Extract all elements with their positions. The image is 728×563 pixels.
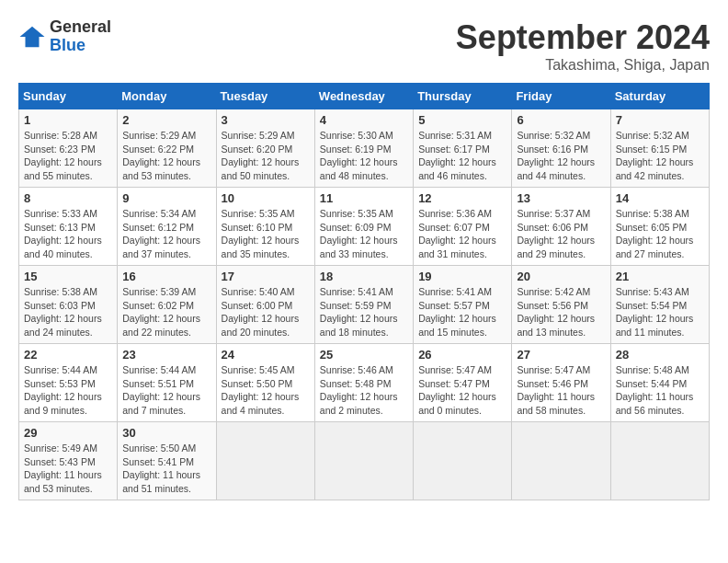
table-row — [414, 422, 512, 500]
table-row: 25Sunrise: 5:46 AM Sunset: 5:48 PM Dayli… — [314, 344, 413, 422]
day-number: 4 — [320, 113, 408, 127]
table-row — [216, 422, 314, 500]
day-detail: Sunrise: 5:37 AM Sunset: 6:06 PM Dayligh… — [517, 207, 605, 261]
day-detail: Sunrise: 5:36 AM Sunset: 6:07 PM Dayligh… — [418, 207, 506, 261]
logo: General Blue — [18, 18, 111, 55]
table-row: 11Sunrise: 5:35 AM Sunset: 6:09 PM Dayli… — [314, 188, 413, 266]
table-row: 2Sunrise: 5:29 AM Sunset: 6:22 PM Daylig… — [118, 109, 216, 188]
col-tuesday: Tuesday — [216, 84, 314, 109]
day-number: 24 — [222, 348, 310, 362]
day-number: 25 — [320, 348, 408, 362]
day-detail: Sunrise: 5:41 AM Sunset: 5:59 PM Dayligh… — [320, 285, 408, 339]
day-detail: Sunrise: 5:39 AM Sunset: 6:02 PM Dayligh… — [122, 285, 210, 339]
day-detail: Sunrise: 5:29 AM Sunset: 6:20 PM Dayligh… — [222, 129, 310, 183]
table-row: 22Sunrise: 5:44 AM Sunset: 5:53 PM Dayli… — [19, 344, 118, 422]
table-row: 9Sunrise: 5:34 AM Sunset: 6:12 PM Daylig… — [118, 188, 216, 266]
table-row — [512, 422, 610, 500]
day-number: 10 — [222, 191, 310, 205]
day-number: 1 — [24, 113, 112, 127]
col-sunday: Sunday — [19, 84, 118, 109]
day-detail: Sunrise: 5:30 AM Sunset: 6:19 PM Dayligh… — [320, 129, 408, 183]
col-monday: Monday — [118, 84, 216, 109]
day-detail: Sunrise: 5:46 AM Sunset: 5:48 PM Dayligh… — [320, 363, 408, 418]
day-number: 3 — [222, 113, 310, 127]
day-number: 20 — [517, 270, 605, 283]
table-row: 8Sunrise: 5:33 AM Sunset: 6:13 PM Daylig… — [19, 188, 118, 266]
day-detail: Sunrise: 5:31 AM Sunset: 6:17 PM Dayligh… — [418, 129, 506, 183]
day-number: 17 — [222, 270, 310, 283]
day-number: 9 — [122, 191, 210, 205]
title-block: September 2024 Takashima, Shiga, Japan — [456, 18, 710, 74]
day-number: 7 — [616, 113, 704, 127]
day-number: 11 — [320, 191, 408, 205]
table-row: 26Sunrise: 5:47 AM Sunset: 5:47 PM Dayli… — [414, 344, 512, 422]
day-number: 18 — [320, 270, 408, 283]
table-row: 23Sunrise: 5:44 AM Sunset: 5:51 PM Dayli… — [118, 344, 216, 422]
day-detail: Sunrise: 5:49 AM Sunset: 5:43 PM Dayligh… — [24, 442, 112, 496]
table-row: 10Sunrise: 5:35 AM Sunset: 6:10 PM Dayli… — [216, 188, 314, 266]
table-row: 16Sunrise: 5:39 AM Sunset: 6:02 PM Dayli… — [118, 266, 216, 344]
calendar-week-row: 15Sunrise: 5:38 AM Sunset: 6:03 PM Dayli… — [19, 266, 710, 344]
col-thursday: Thursday — [414, 84, 512, 109]
table-row: 3Sunrise: 5:29 AM Sunset: 6:20 PM Daylig… — [216, 109, 314, 188]
table-row: 30Sunrise: 5:50 AM Sunset: 5:41 PM Dayli… — [118, 422, 216, 500]
day-number: 13 — [517, 191, 605, 205]
logo-general-text: General — [50, 18, 111, 37]
calendar-week-row: 1Sunrise: 5:28 AM Sunset: 6:23 PM Daylig… — [19, 109, 710, 188]
day-detail: Sunrise: 5:29 AM Sunset: 6:22 PM Dayligh… — [122, 129, 210, 183]
table-row: 6Sunrise: 5:32 AM Sunset: 6:16 PM Daylig… — [512, 109, 610, 188]
day-number: 6 — [517, 113, 605, 127]
day-detail: Sunrise: 5:43 AM Sunset: 5:54 PM Dayligh… — [616, 285, 704, 339]
table-row: 7Sunrise: 5:32 AM Sunset: 6:15 PM Daylig… — [610, 109, 709, 188]
calendar-table: Sunday Monday Tuesday Wednesday Thursday… — [18, 83, 710, 500]
day-detail: Sunrise: 5:34 AM Sunset: 6:12 PM Dayligh… — [122, 207, 210, 261]
table-row: 20Sunrise: 5:42 AM Sunset: 5:56 PM Dayli… — [512, 266, 610, 344]
day-detail: Sunrise: 5:45 AM Sunset: 5:50 PM Dayligh… — [222, 363, 310, 418]
calendar-week-row: 8Sunrise: 5:33 AM Sunset: 6:13 PM Daylig… — [19, 188, 710, 266]
day-number: 15 — [24, 270, 112, 283]
day-detail: Sunrise: 5:38 AM Sunset: 6:05 PM Dayligh… — [616, 207, 704, 261]
day-detail: Sunrise: 5:47 AM Sunset: 5:46 PM Dayligh… — [517, 363, 605, 418]
day-number: 14 — [616, 191, 704, 205]
day-detail: Sunrise: 5:42 AM Sunset: 5:56 PM Dayligh… — [517, 285, 605, 339]
table-row: 29Sunrise: 5:49 AM Sunset: 5:43 PM Dayli… — [19, 422, 118, 500]
day-detail: Sunrise: 5:47 AM Sunset: 5:47 PM Dayligh… — [418, 363, 506, 418]
table-row: 12Sunrise: 5:36 AM Sunset: 6:07 PM Dayli… — [414, 188, 512, 266]
day-number: 5 — [418, 113, 506, 127]
day-detail: Sunrise: 5:40 AM Sunset: 6:00 PM Dayligh… — [222, 285, 310, 339]
calendar-header-row: Sunday Monday Tuesday Wednesday Thursday… — [19, 84, 710, 109]
table-row: 13Sunrise: 5:37 AM Sunset: 6:06 PM Dayli… — [512, 188, 610, 266]
calendar-week-row: 22Sunrise: 5:44 AM Sunset: 5:53 PM Dayli… — [19, 344, 710, 422]
logo-blue-text: Blue — [50, 37, 111, 55]
table-row: 24Sunrise: 5:45 AM Sunset: 5:50 PM Dayli… — [216, 344, 314, 422]
day-number: 19 — [418, 270, 506, 283]
day-number: 27 — [517, 348, 605, 362]
col-wednesday: Wednesday — [314, 84, 413, 109]
table-row: 27Sunrise: 5:47 AM Sunset: 5:46 PM Dayli… — [512, 344, 610, 422]
col-friday: Friday — [512, 84, 610, 109]
logo-text: General Blue — [50, 18, 111, 55]
table-row: 18Sunrise: 5:41 AM Sunset: 5:59 PM Dayli… — [314, 266, 413, 344]
day-number: 30 — [122, 426, 210, 440]
day-number: 12 — [418, 191, 506, 205]
day-detail: Sunrise: 5:35 AM Sunset: 6:10 PM Dayligh… — [222, 207, 310, 261]
day-number: 2 — [122, 113, 210, 127]
day-number: 8 — [24, 191, 112, 205]
day-number: 22 — [24, 348, 112, 362]
day-detail: Sunrise: 5:35 AM Sunset: 6:09 PM Dayligh… — [320, 207, 408, 261]
table-row: 19Sunrise: 5:41 AM Sunset: 5:57 PM Dayli… — [414, 266, 512, 344]
table-row: 21Sunrise: 5:43 AM Sunset: 5:54 PM Dayli… — [610, 266, 709, 344]
day-detail: Sunrise: 5:44 AM Sunset: 5:51 PM Dayligh… — [122, 363, 210, 418]
table-row — [610, 422, 709, 500]
day-detail: Sunrise: 5:44 AM Sunset: 5:53 PM Dayligh… — [24, 363, 112, 418]
calendar-week-row: 29Sunrise: 5:49 AM Sunset: 5:43 PM Dayli… — [19, 422, 710, 500]
day-detail: Sunrise: 5:28 AM Sunset: 6:23 PM Dayligh… — [24, 129, 112, 183]
day-number: 16 — [122, 270, 210, 283]
day-detail: Sunrise: 5:38 AM Sunset: 6:03 PM Dayligh… — [24, 285, 112, 339]
col-saturday: Saturday — [610, 84, 709, 109]
day-detail: Sunrise: 5:50 AM Sunset: 5:41 PM Dayligh… — [122, 442, 210, 496]
day-detail: Sunrise: 5:33 AM Sunset: 6:13 PM Dayligh… — [24, 207, 112, 261]
table-row — [314, 422, 413, 500]
day-detail: Sunrise: 5:48 AM Sunset: 5:44 PM Dayligh… — [616, 363, 704, 418]
day-number: 29 — [24, 426, 112, 440]
